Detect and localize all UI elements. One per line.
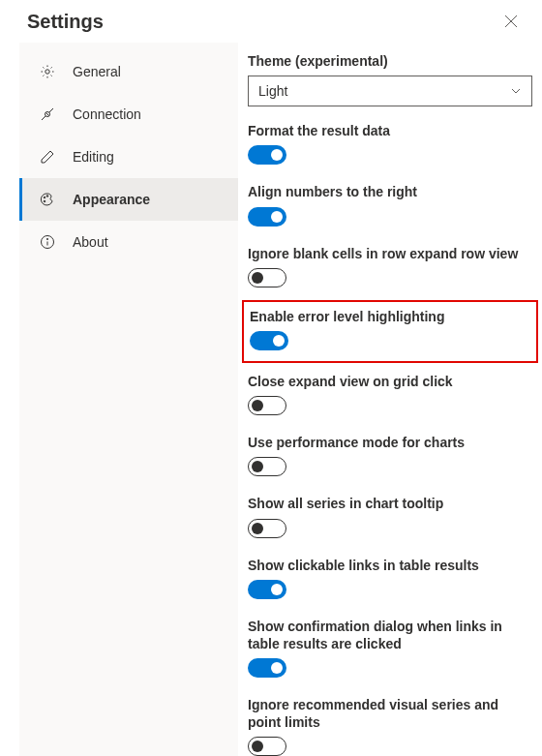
setting-label: Format the result data (248, 122, 532, 139)
sidebar-item-label: Appearance (73, 192, 150, 207)
toggle-knob (252, 400, 263, 411)
setting-row: Align numbers to the right (248, 183, 532, 228)
chevron-down-icon (510, 85, 522, 97)
info-icon (40, 234, 55, 250)
toggle-switch[interactable] (248, 145, 286, 165)
settings-title: Settings (27, 11, 104, 33)
sidebar-item-label: Connection (73, 106, 141, 122)
setting-label: Enable error level highlighting (250, 308, 530, 325)
toggle-switch[interactable] (248, 519, 286, 538)
sidebar-item-about[interactable]: About (19, 221, 238, 263)
sidebar-item-label: General (73, 64, 121, 79)
settings-icon (40, 64, 55, 79)
toggle-switch[interactable] (248, 268, 286, 287)
sidebar-item-connection[interactable]: Connection (19, 93, 238, 136)
close-button[interactable] (499, 10, 523, 33)
setting-label: Show clickable links in table results (248, 557, 532, 574)
setting-row: Ignore recommended visual series and poi… (248, 696, 532, 756)
setting-row: Enable error level highlighting (250, 308, 530, 353)
palette-icon (40, 192, 55, 207)
toggle-switch[interactable] (248, 737, 286, 756)
setting-label: Align numbers to the right (248, 183, 532, 200)
toggle-switch[interactable] (248, 658, 286, 678)
toggle-knob (271, 584, 283, 595)
toggle-knob (252, 741, 263, 752)
setting-label: Use performance mode for charts (248, 434, 532, 451)
settings-sidebar: General Connection Editing (19, 43, 238, 756)
sidebar-item-editing[interactable]: Editing (19, 136, 238, 178)
settings-header: Settings (0, 0, 542, 43)
toggle-knob (273, 335, 285, 347)
setting-row: Format the result data (248, 122, 532, 167)
theme-select[interactable]: Light (248, 76, 532, 106)
toggle-switch[interactable] (248, 207, 286, 227)
setting-label: Close expand view on grid click (248, 373, 532, 390)
settings-content: Theme (experimental) Light Format the re… (238, 43, 542, 756)
toggle-knob (252, 461, 263, 472)
sidebar-item-appearance[interactable]: Appearance (19, 178, 238, 221)
svg-point-6 (46, 238, 47, 239)
setting-label: Ignore blank cells in row expand row vie… (248, 245, 532, 262)
theme-setting: Theme (experimental) Light (248, 52, 532, 106)
settings-container: General Connection Editing (0, 43, 542, 756)
toggle-knob (271, 149, 283, 161)
sidebar-item-general[interactable]: General (19, 50, 238, 93)
setting-row: Show confirmation dialog when links in t… (248, 618, 532, 680)
setting-row: Use performance mode for charts (248, 434, 532, 479)
close-icon (504, 15, 518, 28)
toggle-knob (271, 211, 283, 223)
setting-label: Show confirmation dialog when links in t… (248, 618, 532, 652)
setting-row: Show all series in chart tooltip (248, 495, 532, 540)
setting-label: Ignore recommended visual series and poi… (248, 696, 532, 731)
sidebar-item-label: About (73, 234, 108, 250)
svg-point-2 (44, 197, 45, 198)
toggle-knob (252, 523, 263, 534)
edit-icon (40, 149, 55, 165)
toggle-switch[interactable] (248, 457, 286, 476)
setting-row: Show clickable links in table results (248, 557, 532, 602)
toggle-switch[interactable] (250, 331, 288, 350)
theme-label: Theme (experimental) (248, 52, 532, 70)
sidebar-item-label: Editing (73, 149, 114, 165)
setting-row: Ignore blank cells in row expand row vie… (248, 245, 532, 290)
toggle-knob (252, 272, 263, 284)
toggle-switch[interactable] (248, 580, 286, 599)
svg-point-3 (46, 196, 48, 197)
toggle-switch[interactable] (248, 396, 286, 415)
highlight-box: Enable error level highlighting (242, 300, 538, 363)
svg-point-0 (45, 70, 49, 74)
setting-row: Close expand view on grid click (248, 373, 532, 418)
connection-icon (40, 106, 55, 122)
setting-label: Show all series in chart tooltip (248, 495, 532, 512)
svg-point-4 (44, 200, 45, 202)
theme-selected-value: Light (258, 83, 287, 99)
toggle-knob (271, 662, 283, 674)
